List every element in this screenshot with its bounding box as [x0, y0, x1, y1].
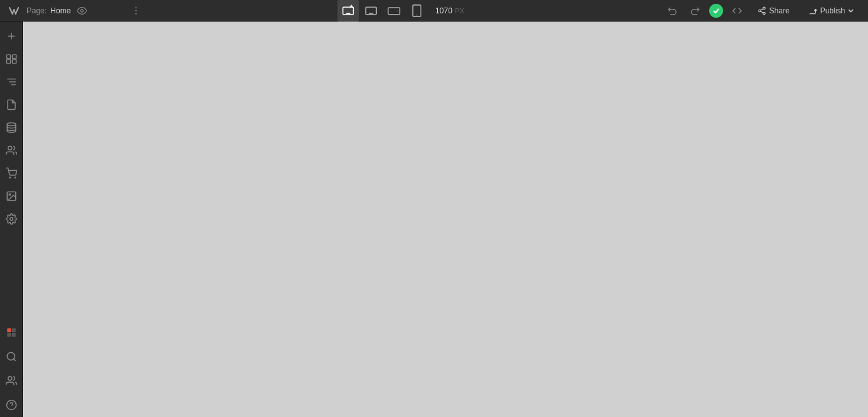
desktop-starred-viewport-button[interactable] [337, 0, 359, 22]
apps-button[interactable] [1, 322, 22, 343]
code-editor-button[interactable] [728, 2, 746, 20]
pages-button[interactable] [1, 94, 22, 116]
media-button[interactable] [1, 185, 22, 207]
viewport-controls: 1070 PX [337, 0, 470, 22]
svg-point-1 [135, 7, 137, 8]
svg-rect-36 [11, 333, 15, 337]
navigator-button[interactable] [1, 71, 22, 93]
svg-point-8 [398, 10, 398, 11]
left-sidebar [0, 22, 23, 417]
redo-button[interactable] [686, 2, 704, 20]
px-unit: PX [455, 7, 465, 15]
page-name[interactable]: Home [50, 6, 71, 15]
svg-point-37 [7, 352, 15, 360]
canvas-area[interactable] [23, 22, 868, 417]
save-status-indicator [709, 4, 723, 18]
publish-label: Publish [820, 6, 845, 15]
svg-rect-22 [12, 60, 16, 63]
svg-rect-35 [7, 333, 11, 337]
components-button[interactable] [1, 48, 22, 70]
top-toolbar: Page: Home [0, 0, 868, 22]
preview-eye-icon[interactable] [74, 3, 90, 18]
svg-point-2 [135, 10, 137, 11]
svg-point-32 [10, 218, 13, 221]
tablet-landscape-viewport-button[interactable] [383, 0, 405, 22]
top-bar-left: Page: Home [0, 0, 127, 22]
svg-point-39 [8, 376, 11, 380]
desktop-viewport-button[interactable] [360, 0, 382, 22]
publish-button[interactable]: Publish [801, 3, 862, 18]
svg-point-11 [763, 7, 765, 9]
share-button[interactable]: Share [751, 4, 796, 18]
team-button[interactable] [1, 370, 22, 392]
svg-point-27 [8, 146, 11, 150]
app-logo[interactable] [5, 0, 23, 22]
svg-point-31 [9, 194, 10, 195]
share-label: Share [770, 6, 790, 15]
svg-rect-20 [12, 55, 16, 58]
cms-button[interactable] [1, 117, 22, 138]
more-options-button[interactable] [127, 0, 145, 22]
svg-point-10 [416, 15, 417, 15]
members-button[interactable] [1, 140, 22, 161]
svg-point-28 [10, 177, 11, 178]
svg-marker-5 [349, 4, 353, 8]
svg-point-29 [15, 177, 16, 178]
tablet-portrait-viewport-button[interactable] [406, 0, 428, 22]
svg-point-12 [758, 10, 761, 12]
undo-button[interactable] [663, 2, 681, 20]
page-label: Page: [27, 6, 46, 15]
svg-line-38 [13, 359, 15, 361]
svg-point-0 [81, 10, 83, 12]
help-button[interactable] [1, 394, 22, 416]
settings-button[interactable] [1, 208, 22, 230]
svg-rect-21 [6, 60, 10, 63]
svg-line-15 [761, 8, 763, 10]
svg-rect-34 [11, 328, 15, 332]
top-bar-right: Share Publish [663, 2, 868, 20]
svg-point-3 [135, 13, 137, 14]
svg-rect-33 [7, 328, 11, 332]
px-value: 1070 [435, 6, 452, 15]
svg-point-26 [7, 123, 16, 126]
svg-rect-19 [6, 55, 10, 58]
add-elements-button[interactable] [1, 25, 22, 47]
ecommerce-button[interactable] [1, 162, 22, 184]
svg-point-13 [763, 12, 765, 15]
search-button[interactable] [1, 346, 22, 367]
viewport-width-display: 1070 PX [429, 6, 470, 15]
svg-line-14 [761, 11, 763, 12]
